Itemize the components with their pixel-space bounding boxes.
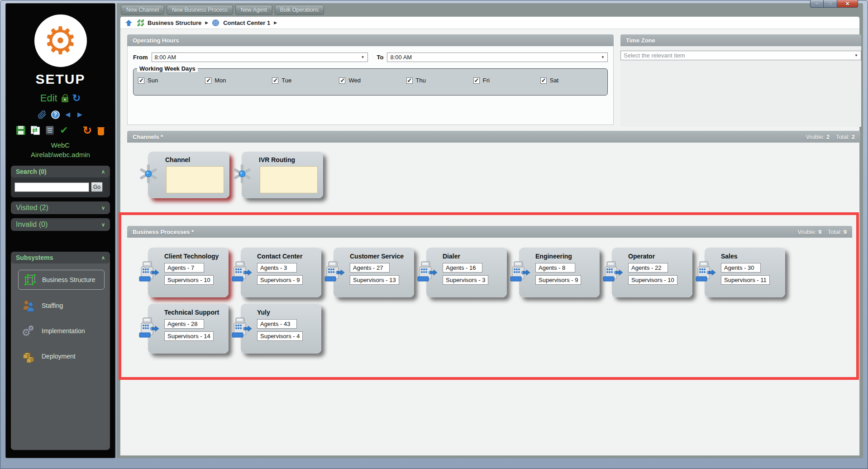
agents-count-box[interactable]: Agents - 43 (257, 319, 297, 329)
time-zone-title: Time Zone (626, 37, 655, 44)
business-process-card[interactable]: Customer Service Agents - 27 Supervisors… (334, 248, 414, 297)
app-logo: ⚙ SETUP (6, 4, 115, 87)
supervisors-count-box[interactable]: Supervisors - 13 (350, 275, 399, 285)
close-button[interactable] (837, 0, 858, 8)
business-process-card[interactable]: Technical Support Agents - 28 Supervisor… (148, 304, 229, 354)
sidebar-item-staffing[interactable]: Staffing (18, 296, 105, 315)
supervisors-count-box[interactable]: Supervisors - 9 (535, 275, 581, 285)
total-count: 2 (852, 134, 855, 140)
agents-count-box[interactable]: Agents - 22 (628, 263, 668, 273)
back-arrow-icon[interactable] (64, 110, 72, 119)
breadcrumb-item-business-structure[interactable]: Business Structure (148, 19, 201, 26)
day-checkbox[interactable] (339, 77, 345, 84)
search-panel-title: Search (0) (16, 168, 47, 175)
business-process-card[interactable]: Contact Center Agents - 3 Supervisors - … (241, 248, 321, 297)
from-time-value: 8:00 AM (155, 54, 176, 61)
days-row: Sun Mon Tue (138, 77, 607, 84)
time-zone-panel: Time Zone Select the relevant item (620, 34, 861, 127)
to-time-select[interactable]: 8:00 AM (387, 53, 608, 62)
search-go-button[interactable]: Go (91, 182, 103, 192)
sidebar-item-deployment[interactable]: Deployment (18, 347, 105, 366)
sidebar-item-implementation[interactable]: ⚙⚙ Implementation (18, 321, 105, 340)
home-up-icon[interactable] (125, 19, 133, 27)
lock-icon[interactable] (62, 97, 68, 102)
time-zone-body: Select the relevant item (620, 46, 861, 127)
copy-pages-icon[interactable] (31, 126, 40, 135)
supervisors-count-box[interactable]: Supervisors - 4 (257, 331, 303, 341)
breadcrumb-item-contact-center[interactable]: Contact Center 1 (223, 19, 270, 26)
breadcrumb-arrow-icon[interactable] (205, 20, 208, 25)
delete-trash-icon[interactable] (97, 127, 105, 135)
business-process-title: Customer Service (350, 253, 414, 260)
day-checkbox[interactable] (272, 77, 278, 84)
day-label: Tue (281, 77, 291, 84)
day-checkbox[interactable] (406, 77, 413, 84)
agents-count-box[interactable]: Agents - 3 (257, 263, 297, 273)
business-process-card[interactable]: Dialer Agents - 16 Supervisors - 3 (426, 248, 507, 297)
visible-count: 2 (826, 134, 830, 140)
deploy-server-icon[interactable] (45, 126, 54, 135)
agents-count-box[interactable]: Agents - 16 (443, 263, 482, 273)
refresh-icon[interactable]: ↻ (72, 93, 81, 103)
supervisors-count-box[interactable]: Supervisors - 11 (721, 275, 770, 285)
supervisors-count-box[interactable]: Supervisors - 10 (164, 275, 214, 285)
attachment-icon[interactable] (37, 110, 47, 120)
agents-count-box[interactable]: Agents - 7 (164, 263, 204, 273)
day-wed: Wed (339, 77, 406, 84)
dropdown-arrow-icon (601, 55, 605, 59)
search-input[interactable] (14, 182, 89, 192)
forward-arrow-icon[interactable] (76, 110, 84, 119)
agents-count-box[interactable]: Agents - 27 (350, 263, 390, 273)
edit-link[interactable]: Edit (40, 92, 57, 104)
refresh-warning-icon[interactable] (83, 125, 92, 136)
channels-counts: Visible:2 Total:2 (806, 134, 855, 140)
invalid-panel-header[interactable]: Invalid (0) (11, 218, 110, 231)
day-checkbox[interactable] (473, 77, 480, 84)
agents-count-box[interactable]: Agents - 8 (535, 263, 575, 273)
day-label: Sat (550, 77, 559, 84)
validate-check-icon[interactable] (60, 125, 68, 135)
subsystems-panel-header[interactable]: Subsystems (11, 252, 110, 263)
agents-count-box[interactable]: Agents - 30 (721, 263, 761, 273)
day-checkbox[interactable] (540, 77, 547, 84)
channel-card[interactable]: IVR Routing (242, 152, 323, 198)
search-panel-header[interactable]: Search (0) (11, 166, 110, 177)
business-process-card[interactable]: Client Technology Agents - 7 Supervisors… (148, 248, 229, 297)
business-process-icon (137, 316, 160, 340)
save-icon[interactable] (16, 126, 25, 135)
maximize-button[interactable] (824, 0, 837, 8)
business-process-card[interactable]: Sales Agents - 30 Supervisors - 11 (705, 248, 785, 297)
supervisors-count-box[interactable]: Supervisors - 10 (628, 275, 677, 285)
supervisors-count-box[interactable]: Supervisors - 14 (164, 331, 214, 341)
business-process-card[interactable]: Operator Agents - 22 Supervisors - 10 (612, 248, 692, 297)
sidebar-item-business-structure[interactable]: Business Structure (18, 270, 105, 290)
business-processes-row-1: Client Technology Agents - 7 Supervisors… (121, 238, 856, 297)
subsystem-label: Implementation (42, 327, 85, 335)
from-label: From (133, 54, 148, 61)
day-checkbox[interactable] (205, 77, 211, 84)
bulk-operations-button[interactable]: Bulk Operations (275, 5, 324, 15)
time-zone-select[interactable]: Select the relevant item (620, 51, 861, 60)
new-agent-button[interactable]: New Agent (235, 5, 272, 15)
supervisors-count-box[interactable]: Supervisors - 9 (257, 275, 303, 285)
search-body: Go (11, 177, 110, 197)
help-icon[interactable] (51, 110, 60, 119)
from-time-select[interactable]: 8:00 AM (152, 53, 368, 62)
new-channel-button[interactable]: New Channel (121, 5, 164, 15)
business-process-card[interactable]: Engineering Agents - 8 Supervisors - 9 (519, 248, 600, 297)
agents-count-box[interactable]: Agents - 28 (164, 319, 204, 329)
channel-card-field[interactable] (166, 166, 224, 193)
business-process-title: Engineering (535, 253, 600, 260)
day-checkbox[interactable] (138, 77, 144, 84)
visited-panel-header[interactable]: Visited (2) (11, 201, 110, 214)
minimize-button[interactable] (810, 0, 824, 8)
business-process-card[interactable]: Yuly Agents - 43 Supervisors - 4 (241, 304, 321, 354)
day-label: Thu (416, 77, 426, 84)
visited-panel-title: Visited (2) (16, 204, 48, 212)
breadcrumb-arrow-icon[interactable] (274, 20, 277, 25)
new-business-process-button[interactable]: New Business Process (167, 5, 233, 15)
channel-card[interactable]: Channel (148, 152, 229, 198)
supervisors-count-box[interactable]: Supervisors - 3 (443, 275, 488, 285)
channel-card-field[interactable] (260, 166, 318, 193)
nav-icon-row (6, 110, 115, 120)
